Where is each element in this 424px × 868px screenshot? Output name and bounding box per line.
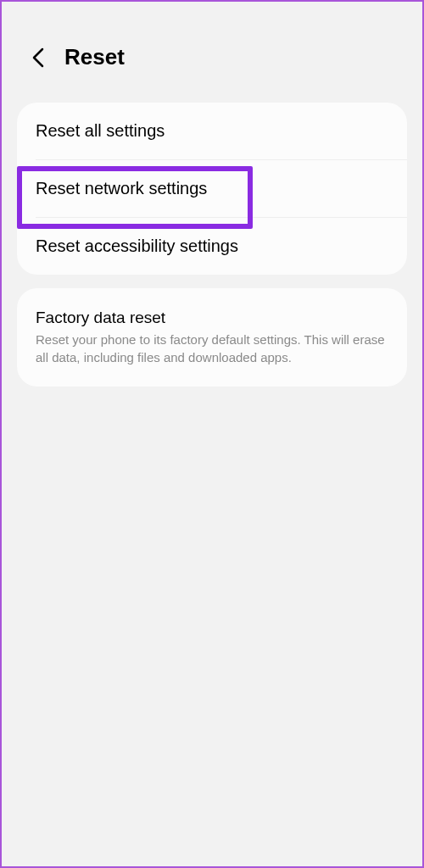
header: Reset [2,2,422,96]
reset-options-section: Reset all settings Reset network setting… [17,103,407,275]
page-title: Reset [64,44,125,70]
reset-network-settings[interactable]: Reset network settings [17,160,407,217]
factory-reset-section: Factory data reset Reset your phone to i… [17,288,407,387]
factory-data-reset[interactable]: Factory data reset Reset your phone to i… [17,288,407,387]
list-item-label: Factory data reset [36,309,388,327]
list-item-description: Reset your phone to its factory default … [36,331,388,366]
reset-accessibility-settings[interactable]: Reset accessibility settings [17,218,407,275]
back-icon[interactable] [29,48,47,67]
list-item-label: Reset accessibility settings [36,236,388,256]
list-item-label: Reset all settings [36,121,388,141]
list-item-label: Reset network settings [36,179,388,198]
reset-all-settings[interactable]: Reset all settings [17,103,407,159]
